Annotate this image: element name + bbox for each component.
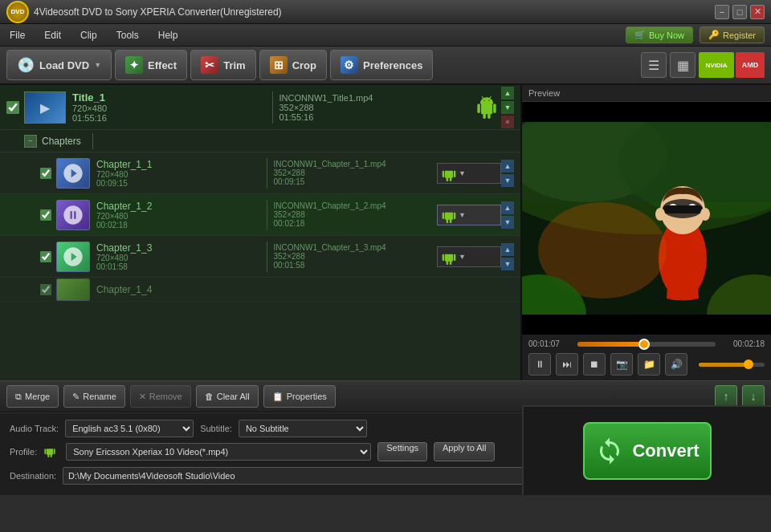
remove-button[interactable]: ✕ Remove (130, 385, 191, 408)
chapters-label: Chapters (42, 136, 81, 147)
svg-rect-4 (522, 122, 771, 202)
preferences-button[interactable]: ⚙ Preferences (330, 50, 433, 80)
play-next-button[interactable]: ⏭ (556, 353, 578, 376)
gear-icon: ⚙ (341, 56, 358, 74)
list-view-button[interactable]: ☰ (641, 52, 667, 78)
effect-button[interactable]: ✦ Effect (115, 50, 187, 80)
properties-button[interactable]: 📋 Properties (263, 385, 336, 408)
volume-thumb[interactable] (744, 359, 753, 369)
time-bar-row: 00:01:07 00:02:18 (528, 339, 765, 348)
audio-track-select[interactable]: English ac3 5.1 (0x80) (65, 420, 194, 437)
ch3-output-dims: 352×288 (274, 252, 438, 261)
menu-edit[interactable]: Edit (41, 28, 64, 43)
load-dvd-button[interactable]: 💿 Load DVD ▼ (6, 50, 112, 80)
ch2-up-btn[interactable]: ▲ (501, 201, 514, 214)
volume-fill (699, 363, 749, 367)
title-expand-down[interactable]: ▼ (501, 101, 514, 114)
ch1-output-name: INCONNW1_Chapter_1_1.mp4 (274, 160, 438, 169)
chapter-3-format-select[interactable]: ▼ (437, 246, 501, 267)
convert-section: Convert (522, 405, 771, 495)
ch1-down-btn[interactable]: ▼ (501, 174, 514, 187)
pause-button[interactable]: ⏸ (528, 353, 551, 376)
settings-button[interactable]: Settings (377, 442, 427, 461)
output-dims: 352×288 (279, 103, 473, 112)
chapter-4-info: Chapter_1_4 (96, 284, 514, 295)
title-info-btn[interactable]: × (501, 116, 514, 128)
progress-bar[interactable] (577, 342, 716, 347)
rename-button[interactable]: ✎ Rename (63, 385, 125, 408)
folder-button[interactable]: 📁 (638, 353, 660, 376)
progress-fill (577, 342, 644, 347)
menu-help[interactable]: Help (155, 28, 182, 43)
main-content: ▶ Title_1 720×480 01:55:16 INCONNW1_Titl… (0, 85, 771, 380)
menu-clip[interactable]: Clip (77, 28, 100, 43)
volume-icon: 🔊 (665, 353, 687, 376)
app-title: 4Videosoft DVD to Sony XPERIA Converter(… (34, 6, 282, 18)
grid-view-button[interactable]: ▦ (670, 52, 696, 78)
menu-tools[interactable]: Tools (113, 28, 142, 43)
title-expand-up[interactable]: ▲ (501, 87, 514, 99)
chapters-expand-button[interactable]: − (24, 135, 37, 148)
ch2-down-btn[interactable]: ▼ (501, 216, 514, 229)
chapter-2-format-select[interactable]: ▼ (437, 205, 501, 225)
audio-track-label: Audio Track: (10, 424, 59, 433)
chapter-1-thumbnail (56, 158, 90, 189)
convert-label: Convert (632, 441, 699, 461)
buy-now-button[interactable]: 🛒 Buy Now (626, 26, 693, 43)
chapter-1-checkbox[interactable] (40, 168, 51, 179)
convert-icon (595, 437, 624, 465)
close-button[interactable]: ✕ (750, 5, 765, 19)
ch1-up-btn[interactable]: ▲ (501, 160, 514, 173)
svg-point-13 (655, 208, 665, 221)
effect-label: Effect (148, 59, 177, 71)
subtitle-select[interactable]: No Subtitle (239, 420, 367, 437)
ch3-output-dur: 00:01:58 (274, 261, 438, 270)
screenshot-button[interactable]: 📷 (610, 353, 633, 376)
load-dvd-label: Load DVD (39, 59, 89, 71)
title-dims: 720×480 (72, 104, 266, 113)
pencil-icon: ✎ (72, 392, 80, 402)
profile-select[interactable]: Sony Ericsson Xperiax 10 Video(*.mp4) (66, 443, 371, 461)
merge-icon: ⧉ (15, 392, 22, 402)
register-button[interactable]: 🔑 Register (700, 26, 765, 43)
apply-to-all-button[interactable]: Apply to All (434, 442, 495, 461)
output-duration: 01:55:16 (279, 112, 473, 122)
clear-all-label: Clear All (217, 392, 250, 401)
format-arrow: ▼ (459, 169, 466, 177)
convert-button[interactable]: Convert (583, 422, 712, 480)
minimize-button[interactable]: − (715, 5, 729, 19)
chapter-3-checkbox[interactable] (40, 251, 51, 262)
dropdown-arrow-icon: ▼ (94, 61, 101, 69)
chapter-3-name: Chapter_1_3 (96, 242, 260, 254)
volume-bar[interactable] (699, 363, 765, 367)
chapter-1-dims: 720×480 (96, 170, 260, 179)
chapter-2-checkbox[interactable] (40, 209, 51, 221)
view-buttons: ☰ ▦ (641, 52, 696, 78)
ch3-down-btn[interactable]: ▼ (501, 258, 514, 270)
move-down-button[interactable]: ↓ (742, 385, 765, 408)
trim-button[interactable]: ✂ Trim (190, 50, 255, 80)
title-bar: DVD 4Videosoft DVD to Sony XPERIA Conver… (0, 0, 771, 24)
stop-button[interactable]: ⏹ (583, 353, 606, 376)
playback-controls: ⏸ ⏭ ⏹ 📷 📁 🔊 (528, 353, 765, 376)
menu-file[interactable]: File (6, 28, 28, 43)
preview-canvas (522, 122, 771, 315)
crop-button[interactable]: ⊞ Crop (259, 50, 327, 80)
ch3-up-btn[interactable]: ▲ (501, 243, 514, 256)
chapter-4-checkbox[interactable] (40, 284, 51, 295)
preview-image (522, 102, 771, 335)
clear-all-button[interactable]: 🗑 Clear All (196, 385, 259, 408)
menu-right: 🛒 Buy Now 🔑 Register (626, 26, 765, 43)
merge-button[interactable]: ⧉ Merge (6, 385, 59, 408)
profile-label: Profile: (10, 447, 37, 457)
chapter-1-format-select[interactable]: ▼ (437, 163, 501, 184)
rename-label: Rename (83, 392, 116, 401)
chapter-2-name: Chapter_1_2 (96, 201, 260, 212)
move-up-button[interactable]: ↑ (715, 385, 737, 408)
title-checkbox[interactable] (6, 101, 19, 114)
nvidia-badge: NVIDIA (699, 52, 734, 78)
maximize-button[interactable]: □ (732, 5, 747, 19)
progress-thumb[interactable] (638, 339, 650, 350)
chapter-3-output: INCONNW1_Chapter_1_3.mp4 352×288 00:01:5… (274, 243, 438, 270)
format-arrow: ▼ (459, 253, 466, 261)
